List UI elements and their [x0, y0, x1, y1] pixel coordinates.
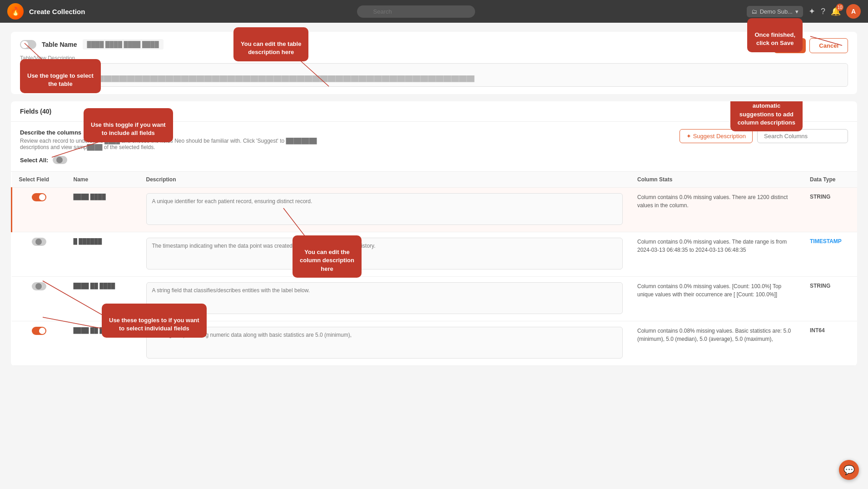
cell-desc-1[interactable]	[139, 232, 630, 277]
page-title: Create Collection	[29, 8, 85, 15]
table-header-section: Table Name ████ ████ ████ ████ Save Canc…	[11, 32, 857, 94]
chat-bubble[interactable]: 💬	[839, 460, 859, 480]
logo-icon: 🔥	[10, 6, 20, 16]
desc-value: This table contains ████████████████████…	[26, 75, 842, 82]
search-wrapper: 🔍	[357, 5, 475, 18]
th-name: Name	[66, 172, 139, 188]
th-type: Data Type	[803, 172, 857, 188]
table-header: Select Field Name Description Column Sta…	[12, 172, 858, 188]
cell-name-1: █ ██████	[66, 232, 139, 277]
fields-section: Fields (40) Describe the columns Review …	[11, 101, 857, 366]
row-toggle-3[interactable]	[32, 327, 46, 335]
field-name-1: █ ██████	[74, 238, 102, 244]
select-all-row: Select All:	[20, 156, 848, 164]
desc-sublabel: TableView Description	[26, 68, 842, 74]
select-all-toggle[interactable]	[53, 156, 67, 164]
magic-button[interactable]: ✦	[808, 6, 815, 16]
cell-select-2	[12, 277, 66, 321]
th-description: Description	[139, 172, 630, 188]
cell-name-0: ████ ████	[66, 188, 139, 232]
table-name-label: Table Name	[42, 41, 77, 48]
table-row: ████ ████ Column contains 0.0% missing v…	[12, 188, 858, 232]
row-toggle-2[interactable]	[32, 282, 46, 290]
page-wrapper: 🔥 Create Collection 🔍 🗂 Demo Sub... ▾ ✦ …	[0, 0, 868, 489]
chat-icon: 💬	[843, 464, 855, 475]
main-content: Table Name ████ ████ ████ ████ Save Canc…	[0, 23, 868, 489]
desc-input-2[interactable]	[146, 282, 623, 314]
annotation-individual-toggles: Use these toggles to if you want to sele…	[102, 304, 207, 338]
row-toggle-0[interactable]	[32, 193, 46, 201]
desc-input-0[interactable]	[146, 193, 623, 225]
table-row: █ ██████ Column contains 0.0% missing va…	[12, 232, 858, 277]
table-name-value: ████ ████ ████ ████	[83, 39, 164, 50]
data-type-1: TIMESTAMP	[810, 238, 842, 244]
chevron-down-icon: ▾	[795, 8, 799, 15]
table-body: ████ ████ Column contains 0.0% missing v…	[12, 188, 858, 366]
help-button[interactable]: ?	[821, 7, 825, 16]
cell-desc-2[interactable]	[139, 277, 630, 321]
cell-type-3: INT64	[803, 321, 857, 366]
annotation-include-all: Use this toggle if you want to include a…	[84, 108, 173, 142]
table-toggle[interactable]	[20, 40, 36, 49]
cell-type-2: STRING	[803, 277, 857, 321]
search-input[interactable]	[357, 5, 475, 18]
cancel-button[interactable]: Cancel	[809, 38, 848, 53]
cell-stats-2: Column contains 0.0% missing values. [Co…	[630, 277, 803, 321]
cell-select-3	[12, 321, 66, 366]
describe-columns-section: Describe the columns Review each record …	[11, 122, 857, 172]
search-area: 🔍	[90, 5, 741, 18]
table-name-row: Table Name ████ ████ ████ ████	[20, 39, 848, 50]
cell-type-0: STRING	[803, 188, 857, 232]
annotation-edit-table-desc: You can edit the table description here	[233, 27, 308, 61]
describe-subtitle: Review each record to understand ████ an…	[20, 138, 338, 150]
avatar[interactable]: A	[846, 4, 861, 19]
topnav-right: 🗂 Demo Sub... ▾ ✦ ? 🔔 10 A	[747, 4, 861, 19]
annotation-save: Once finished, click on Save	[747, 18, 803, 52]
workspace-label: Demo Sub...	[760, 8, 793, 15]
topnav: 🔥 Create Collection 🔍 🗂 Demo Sub... ▾ ✦ …	[0, 0, 868, 23]
cell-stats-0: Column contains 0.0% missing values. The…	[630, 188, 803, 232]
data-type-3: INT64	[810, 327, 825, 334]
row-toggle-1[interactable]	[32, 238, 46, 246]
field-name-0: ████ ████	[74, 194, 106, 200]
th-stats: Column Stats	[630, 172, 803, 188]
data-type-0: STRING	[810, 194, 830, 200]
workspace-icon: 🗂	[751, 8, 757, 15]
desc-input-1[interactable]	[146, 238, 623, 269]
cell-stats-3: Column contains 0.08% missing values. Ba…	[630, 321, 803, 366]
help-icon: ?	[821, 7, 825, 16]
fields-table-wrapper: Select Field Name Description Column Sta…	[11, 172, 857, 366]
annotation-edit-col-desc: You can edit the column description here	[293, 235, 362, 278]
field-name-2: ████ ██ ████	[74, 283, 115, 289]
select-all-label: Select All:	[20, 157, 48, 164]
notification-bell[interactable]: 🔔 10	[831, 6, 841, 16]
desc-section: Table/View Description TableView Descrip…	[20, 55, 848, 87]
annotation-toggle-table: Use the toggle to select the table	[20, 59, 101, 93]
cell-desc-3[interactable]	[139, 321, 630, 366]
header-row: Select Field Name Description Column Sta…	[12, 172, 858, 188]
avatar-letter: A	[851, 8, 856, 15]
app-logo[interactable]: 🔥	[7, 3, 24, 20]
th-select-field: Select Field	[12, 172, 66, 188]
cell-stats-1: Column contains 0.0% missing values. The…	[630, 232, 803, 277]
cell-select-1	[12, 232, 66, 277]
data-type-2: STRING	[810, 283, 830, 289]
magic-icon: ✦	[808, 7, 815, 16]
cell-desc-0[interactable]	[139, 188, 630, 232]
cell-select-0	[12, 188, 66, 232]
notification-count: 10	[836, 4, 843, 11]
desc-label: Table/View Description	[20, 55, 848, 61]
annotation-suggest: You can use automatic suggestions to add…	[730, 101, 803, 131]
cell-type-1: TIMESTAMP	[803, 232, 857, 277]
desc-input-3[interactable]	[146, 327, 623, 359]
workspace-dropdown[interactable]: 🗂 Demo Sub... ▾	[747, 6, 803, 17]
